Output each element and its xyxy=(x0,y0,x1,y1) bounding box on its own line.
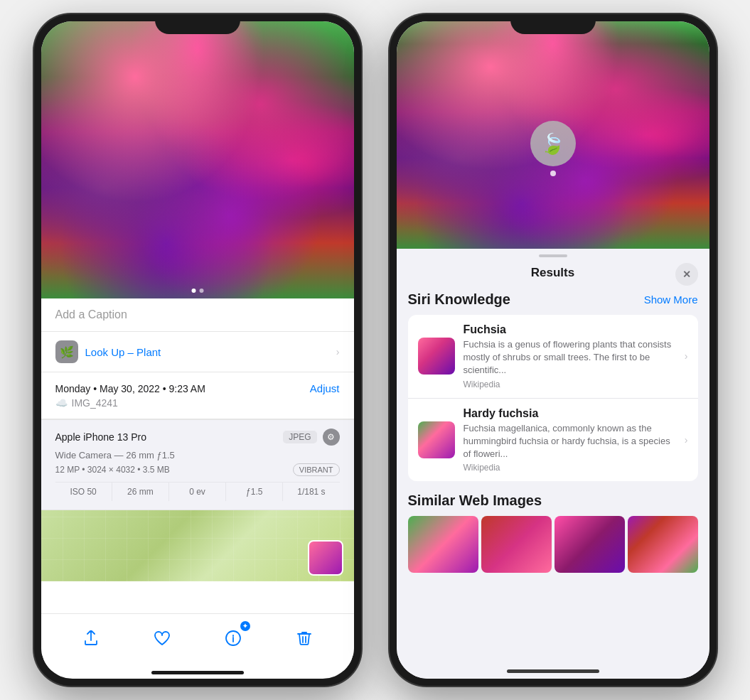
map-photo-thumbnail xyxy=(308,540,343,576)
camera-section: Apple iPhone 13 Pro JPEG ⚙ Wide Camera —… xyxy=(41,419,354,510)
fuchsia-desc: Fuchsia is a genus of flowering plants t… xyxy=(464,338,676,377)
fuchsia-info: Fuchsia Fuchsia is a genus of flowering … xyxy=(464,323,676,389)
results-content: Siri Knowledge Show More Fuchsia Fuchsia… xyxy=(397,289,709,664)
lookup-row[interactable]: 🌿 Look Up – Plant › xyxy=(41,332,354,372)
siri-dot-indicator xyxy=(550,171,556,176)
knowledge-item-fuchsia[interactable]: Fuchsia Fuchsia is a genus of flowering … xyxy=(408,315,698,399)
similar-title: Similar Web Images xyxy=(408,492,698,509)
hardy-fuchsia-info: Hardy fuchsia Fuchsia magellanica, commo… xyxy=(464,407,676,473)
dot-2 xyxy=(199,289,203,293)
photo-date: Monday • May 30, 2022 • 9:23 AM xyxy=(55,383,205,394)
info-badge: ✦ xyxy=(240,621,250,631)
hardy-fuchsia-source: Wikipedia xyxy=(464,463,676,473)
adjust-button[interactable]: Adjust xyxy=(310,382,340,394)
meta-section: Monday • May 30, 2022 • 9:23 AM Adjust ☁… xyxy=(41,372,354,419)
home-indicator xyxy=(151,671,244,674)
phone-2-notch xyxy=(510,14,596,34)
knowledge-card: Fuchsia Fuchsia is a genus of flowering … xyxy=(408,315,698,481)
knowledge-item-hardy-fuchsia[interactable]: Hardy fuchsia Fuchsia magellanica, commo… xyxy=(408,399,698,482)
similar-image-4[interactable] xyxy=(628,516,698,573)
fuchsia-thumbnail xyxy=(418,338,455,375)
phone2-flower-photo: 🍃 xyxy=(397,21,709,249)
camera-resolution: 12 MP • 3024 × 4032 • 3.5 MB xyxy=(55,465,170,475)
caption-input[interactable]: Add a Caption xyxy=(41,298,354,332)
visual-lookup-siri-icon[interactable]: 🍃 xyxy=(530,121,576,166)
leaf-icon: 🍃 xyxy=(540,132,565,156)
file-info: ☁️ IMG_4241 xyxy=(55,397,340,409)
hardy-fuchsia-chevron-icon: › xyxy=(685,434,688,446)
similar-image-2[interactable] xyxy=(481,516,552,573)
siri-knowledge-title: Siri Knowledge xyxy=(408,291,510,308)
fuchsia-name: Fuchsia xyxy=(464,323,676,336)
siri-knowledge-header: Siri Knowledge Show More xyxy=(408,289,698,308)
close-button[interactable]: ✕ xyxy=(675,263,698,286)
lookup-chevron-icon: › xyxy=(336,346,340,357)
hardy-fuchsia-desc: Fuchsia magellanica, commonly known as t… xyxy=(464,422,676,461)
fuchsia-chevron-icon: › xyxy=(685,350,688,362)
page-indicator xyxy=(191,289,203,293)
results-panel: Results ✕ Siri Knowledge Show More xyxy=(397,249,709,679)
lookup-text: Look Up – Plant xyxy=(85,346,161,358)
exif-aperture: ƒ1.5 xyxy=(226,483,283,501)
phone-2-screen: 🍃 Results ✕ Siri Knowledge Show More xyxy=(397,21,709,679)
drag-handle[interactable] xyxy=(539,254,567,257)
toolbar: ✦ xyxy=(41,613,354,671)
exif-row: ISO 50 26 mm 0 ev ƒ1.5 1/181 s xyxy=(55,482,340,501)
exif-shutter: 1/181 s xyxy=(283,483,339,501)
share-button[interactable] xyxy=(75,623,107,654)
results-title: Results xyxy=(531,266,574,280)
show-more-button[interactable]: Show More xyxy=(644,294,698,306)
exif-ev: 0 ev xyxy=(169,483,226,501)
favorite-button[interactable] xyxy=(146,623,178,654)
info-section: Add a Caption 🌿 Look Up – Plant › Monday… xyxy=(41,298,354,613)
phone-1: Add a Caption 🌿 Look Up – Plant › Monday… xyxy=(34,14,361,686)
map-section[interactable] xyxy=(41,510,354,581)
phone-1-screen: Add a Caption 🌿 Look Up – Plant › Monday… xyxy=(41,21,354,679)
hardy-fuchsia-thumbnail xyxy=(418,421,455,458)
map-content xyxy=(41,510,354,581)
phone-notch xyxy=(155,14,240,34)
hardy-fuchsia-name: Hardy fuchsia xyxy=(464,407,676,420)
cloud-icon: ☁️ xyxy=(55,397,68,409)
format-badge: JPEG xyxy=(283,431,316,443)
similar-image-3[interactable] xyxy=(555,516,625,573)
delete-button[interactable] xyxy=(289,623,320,654)
similar-section: Similar Web Images xyxy=(408,492,698,573)
exif-focal: 26 mm xyxy=(112,483,169,501)
similar-image-1[interactable] xyxy=(408,516,478,573)
visual-lookup-icon: 🌿 xyxy=(55,340,78,363)
info-button[interactable]: ✦ xyxy=(218,623,249,654)
vibrant-badge: VIBRANT xyxy=(293,463,340,476)
results-header: Results ✕ xyxy=(397,263,709,289)
phone-2: 🍃 Results ✕ Siri Knowledge Show More xyxy=(390,14,717,686)
similar-images-row xyxy=(408,516,698,573)
camera-lens: Wide Camera — 26 mm ƒ1.5 xyxy=(55,450,340,461)
phone2-home-indicator xyxy=(507,669,599,673)
fuchsia-source: Wikipedia xyxy=(464,379,676,389)
camera-specs-row: 12 MP • 3024 × 4032 • 3.5 MB VIBRANT xyxy=(55,463,340,476)
dot-1 xyxy=(191,289,195,293)
flower-photo[interactable] xyxy=(41,21,354,298)
exif-iso: ISO 50 xyxy=(55,483,112,501)
camera-settings-icon[interactable]: ⚙ xyxy=(323,429,340,446)
camera-device: Apple iPhone 13 Pro xyxy=(55,431,146,443)
